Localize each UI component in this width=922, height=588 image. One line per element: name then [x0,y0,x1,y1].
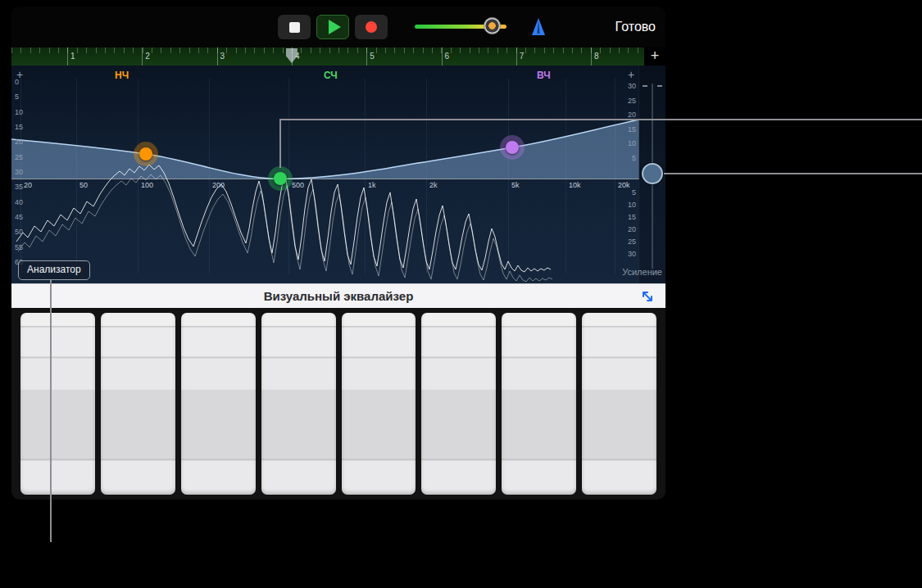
right-axis-label: 20 [621,111,636,119]
metronome-button[interactable] [529,17,547,37]
record-icon [366,21,377,33]
left-axis-label: 35 [15,183,23,191]
zero-db-line [11,179,639,179]
timeline-ruler[interactable]: 12345678 + [11,47,665,66]
beat-number-5: 5 [370,52,375,61]
beat-tick-1 [67,47,68,66]
done-button[interactable]: Готово [615,20,656,34]
gain-tick-right [657,85,662,87]
keyboard-key-5[interactable] [342,313,416,495]
metronome-icon [529,17,547,37]
right-axis-label: 25 [621,97,636,105]
keyboard [11,308,665,500]
beat-tick-3 [217,47,218,66]
freq-label-10k: 10k [569,181,581,189]
play-icon [329,20,341,34]
right-axis-label: 15 [621,125,636,133]
band-label-low: НЧ [115,70,129,81]
beat-tick-5 [366,47,367,66]
volume-slider-thumb[interactable] [484,17,501,34]
keyboard-key-3[interactable] [181,313,256,495]
callout-line-mid-band-horizontal [279,119,922,120]
left-axis-label: 20 [15,138,23,146]
keyboard-key-7[interactable] [502,313,576,495]
left-axis-label: 0 [15,78,19,86]
right-axis-label: 25 [621,237,636,246]
right-axis-label: 10 [621,139,636,147]
freq-label-20k: 20k [618,181,630,189]
right-axis-label: 15 [621,213,636,221]
gain-label: Усиление [622,267,662,277]
keyboard-key-6[interactable] [421,313,496,495]
gain-slider-handle[interactable] [642,163,663,184]
eq-band-handle-high[interactable] [500,135,525,160]
left-axis-label: 30 [15,168,23,176]
plugin-title: Визуальный эквалайзер [264,289,414,303]
beat-number-4: 4 [295,52,300,61]
freq-label-2k: 2k [429,181,438,189]
gain-slider[interactable] [638,66,665,283]
freq-label-50: 50 [79,181,88,189]
right-axis-label: 5 [621,154,636,162]
freq-label-1k: 1k [368,181,376,189]
callout-line-analyzer [50,280,52,542]
freq-label-200: 200 [212,181,225,189]
toolbar: Готово [11,7,665,47]
freq-label-500: 500 [292,181,304,189]
eq-band-handle-dot-mid [274,172,287,185]
eq-band-handle-low[interactable] [134,142,158,166]
beat-number-2: 2 [145,52,150,61]
freq-label-20: 20 [24,181,32,189]
add-band-right-button[interactable]: + [628,68,634,81]
callout-line-gain-slider [664,173,922,174]
spectrum-trace-secondary [18,174,552,282]
left-axis-label: 45 [15,213,23,221]
keyboard-key-4[interactable] [261,313,336,495]
keyboard-key-2[interactable] [101,313,175,495]
beat-number-7: 7 [520,52,525,61]
beat-tick-6 [442,47,443,66]
right-axis-label: 30 [621,250,636,258]
left-axis-label: 5 [15,93,19,101]
app-window: Готово 12345678 + + + НЧСЧВЧ 05101520253… [11,7,665,500]
beat-number-3: 3 [220,52,225,61]
beat-number-1: 1 [70,52,75,61]
eq-band-handle-mid[interactable] [268,166,293,191]
callout-line-mid-band-vertical [279,120,281,168]
beat-tick-7 [516,47,517,66]
keyboard-key-1[interactable] [20,313,95,495]
keyboard-key-8[interactable] [582,313,656,495]
play-button[interactable] [316,15,349,39]
freq-label-5k: 5k [511,181,520,189]
right-axis-label: 30 [621,82,636,90]
eq-band-handle-dot-high [506,141,519,154]
beat-tick-8 [591,47,592,66]
stop-button[interactable] [278,15,311,39]
right-axis-label: 10 [621,201,636,209]
screenshot-stage: Готово 12345678 + + + НЧСЧВЧ 05101520253… [0,0,922,588]
right-axis-label: 20 [621,225,636,233]
expand-button[interactable] [639,288,656,305]
record-button[interactable] [355,15,388,39]
left-axis-label: 15 [15,123,23,131]
gain-tick-left [643,85,647,87]
beat-number-8: 8 [594,52,599,61]
beat-number-6: 6 [445,52,450,61]
master-volume-slider[interactable] [415,25,506,29]
left-axis-label: 10 [15,108,23,116]
left-axis-label: 50 [15,228,23,236]
beat-tick-2 [142,47,143,66]
freq-label-100: 100 [141,181,153,189]
eq-band-handle-dot-low [139,147,152,161]
left-axis-label: 40 [15,198,23,206]
analyzer-button[interactable]: Анализатор [18,260,90,280]
add-section-button[interactable]: + [644,47,665,66]
plugin-title-bar: Визуальный эквалайзер [11,283,665,308]
expand-icon [639,288,656,305]
stop-icon [289,22,300,33]
visual-eq-panel[interactable]: + + НЧСЧВЧ 051015202530354045505560 3025… [11,66,665,283]
band-label-high: ВЧ [537,70,551,81]
transport-controls [278,15,388,39]
right-axis-label: 5 [621,188,636,197]
left-axis-label: 25 [15,153,23,161]
